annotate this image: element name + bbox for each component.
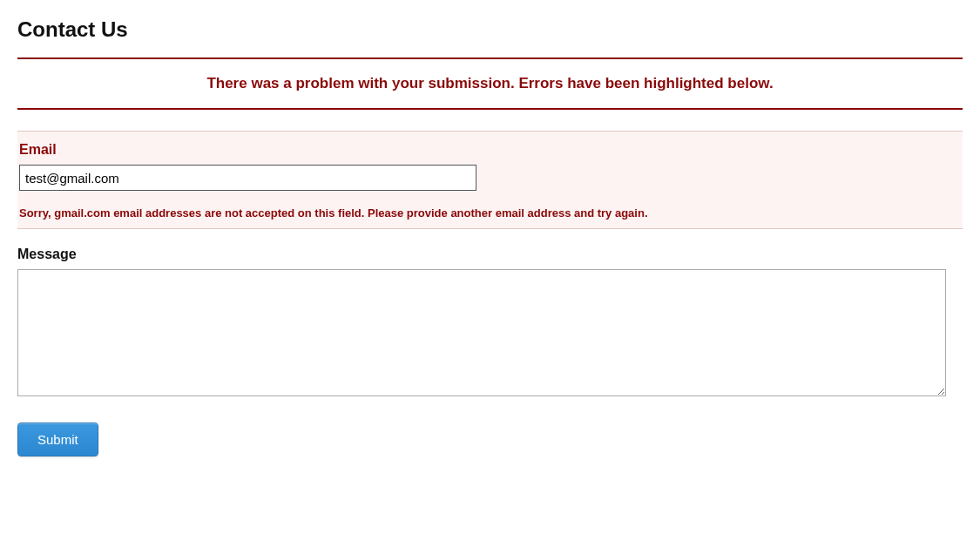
email-error-message: Sorry, gmail.com email addresses are not… [19,206,961,220]
email-field-group: Email Sorry, gmail.com email addresses a… [17,131,963,229]
message-label: Message [17,247,963,262]
error-banner-text: There was a problem with your submission… [206,75,773,91]
submit-row: Submit [17,422,963,456]
submit-button[interactable]: Submit [17,422,98,456]
message-field-group: Message [17,247,963,400]
email-input[interactable] [19,165,476,191]
message-textarea[interactable] [17,269,946,396]
error-banner: There was a problem with your submission… [17,57,963,110]
email-label: Email [19,142,961,158]
page-title: Contact Us [17,17,963,42]
